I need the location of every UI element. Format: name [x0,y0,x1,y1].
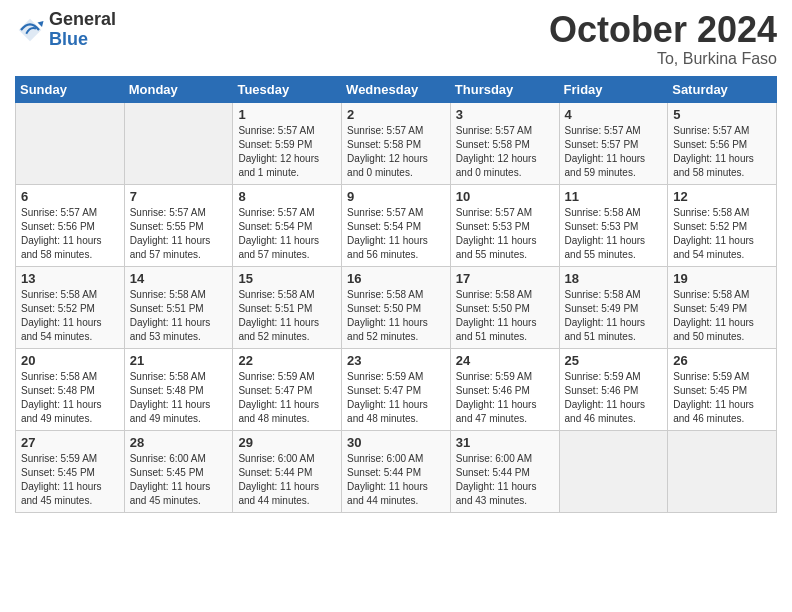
month-title: October 2024 [549,10,777,50]
day-info: Sunrise: 5:57 AM Sunset: 5:54 PM Dayligh… [238,206,336,262]
day-info: Sunrise: 5:59 AM Sunset: 5:45 PM Dayligh… [21,452,119,508]
calendar-cell: 28Sunrise: 6:00 AM Sunset: 5:45 PM Dayli… [124,430,233,512]
day-number: 11 [565,189,663,204]
calendar-cell: 19Sunrise: 5:58 AM Sunset: 5:49 PM Dayli… [668,266,777,348]
day-number: 7 [130,189,228,204]
day-number: 17 [456,271,554,286]
calendar-cell: 10Sunrise: 5:57 AM Sunset: 5:53 PM Dayli… [450,184,559,266]
header-day-thursday: Thursday [450,76,559,102]
calendar-cell: 20Sunrise: 5:58 AM Sunset: 5:48 PM Dayli… [16,348,125,430]
day-info: Sunrise: 5:58 AM Sunset: 5:52 PM Dayligh… [21,288,119,344]
calendar-table: SundayMondayTuesdayWednesdayThursdayFrid… [15,76,777,513]
day-number: 31 [456,435,554,450]
calendar-header: SundayMondayTuesdayWednesdayThursdayFrid… [16,76,777,102]
calendar-cell: 15Sunrise: 5:58 AM Sunset: 5:51 PM Dayli… [233,266,342,348]
calendar-cell: 29Sunrise: 6:00 AM Sunset: 5:44 PM Dayli… [233,430,342,512]
calendar-cell: 16Sunrise: 5:58 AM Sunset: 5:50 PM Dayli… [342,266,451,348]
day-number: 2 [347,107,445,122]
day-number: 21 [130,353,228,368]
week-row-1: 1Sunrise: 5:57 AM Sunset: 5:59 PM Daylig… [16,102,777,184]
calendar-cell: 18Sunrise: 5:58 AM Sunset: 5:49 PM Dayli… [559,266,668,348]
day-number: 23 [347,353,445,368]
logo: General Blue [15,10,116,50]
day-number: 30 [347,435,445,450]
day-number: 20 [21,353,119,368]
header-day-friday: Friday [559,76,668,102]
calendar-cell: 14Sunrise: 5:58 AM Sunset: 5:51 PM Dayli… [124,266,233,348]
calendar-cell: 4Sunrise: 5:57 AM Sunset: 5:57 PM Daylig… [559,102,668,184]
day-info: Sunrise: 5:58 AM Sunset: 5:49 PM Dayligh… [565,288,663,344]
day-info: Sunrise: 6:00 AM Sunset: 5:45 PM Dayligh… [130,452,228,508]
calendar-cell [124,102,233,184]
day-number: 16 [347,271,445,286]
calendar-cell: 13Sunrise: 5:58 AM Sunset: 5:52 PM Dayli… [16,266,125,348]
day-info: Sunrise: 5:57 AM Sunset: 5:58 PM Dayligh… [347,124,445,180]
calendar-page: General Blue October 2024 To, Burkina Fa… [0,0,792,528]
calendar-cell: 23Sunrise: 5:59 AM Sunset: 5:47 PM Dayli… [342,348,451,430]
day-info: Sunrise: 5:58 AM Sunset: 5:49 PM Dayligh… [673,288,771,344]
day-number: 1 [238,107,336,122]
header-day-wednesday: Wednesday [342,76,451,102]
calendar-cell [16,102,125,184]
day-info: Sunrise: 6:00 AM Sunset: 5:44 PM Dayligh… [456,452,554,508]
week-row-5: 27Sunrise: 5:59 AM Sunset: 5:45 PM Dayli… [16,430,777,512]
day-info: Sunrise: 5:58 AM Sunset: 5:53 PM Dayligh… [565,206,663,262]
day-number: 18 [565,271,663,286]
day-number: 12 [673,189,771,204]
calendar-cell: 2Sunrise: 5:57 AM Sunset: 5:58 PM Daylig… [342,102,451,184]
day-info: Sunrise: 6:00 AM Sunset: 5:44 PM Dayligh… [238,452,336,508]
day-info: Sunrise: 5:57 AM Sunset: 5:56 PM Dayligh… [673,124,771,180]
calendar-cell: 22Sunrise: 5:59 AM Sunset: 5:47 PM Dayli… [233,348,342,430]
day-number: 26 [673,353,771,368]
day-info: Sunrise: 5:59 AM Sunset: 5:45 PM Dayligh… [673,370,771,426]
day-info: Sunrise: 5:58 AM Sunset: 5:51 PM Dayligh… [130,288,228,344]
day-number: 29 [238,435,336,450]
logo-text: General Blue [49,10,116,50]
day-number: 19 [673,271,771,286]
day-number: 9 [347,189,445,204]
day-info: Sunrise: 5:58 AM Sunset: 5:51 PM Dayligh… [238,288,336,344]
day-info: Sunrise: 5:58 AM Sunset: 5:50 PM Dayligh… [456,288,554,344]
calendar-body: 1Sunrise: 5:57 AM Sunset: 5:59 PM Daylig… [16,102,777,512]
calendar-cell: 6Sunrise: 5:57 AM Sunset: 5:56 PM Daylig… [16,184,125,266]
day-info: Sunrise: 5:57 AM Sunset: 5:59 PM Dayligh… [238,124,336,180]
day-number: 14 [130,271,228,286]
day-info: Sunrise: 5:57 AM Sunset: 5:56 PM Dayligh… [21,206,119,262]
calendar-cell: 12Sunrise: 5:58 AM Sunset: 5:52 PM Dayli… [668,184,777,266]
day-info: Sunrise: 5:59 AM Sunset: 5:47 PM Dayligh… [347,370,445,426]
week-row-2: 6Sunrise: 5:57 AM Sunset: 5:56 PM Daylig… [16,184,777,266]
day-number: 22 [238,353,336,368]
day-number: 6 [21,189,119,204]
day-number: 27 [21,435,119,450]
header-day-sunday: Sunday [16,76,125,102]
header-day-saturday: Saturday [668,76,777,102]
calendar-cell: 27Sunrise: 5:59 AM Sunset: 5:45 PM Dayli… [16,430,125,512]
day-info: Sunrise: 5:58 AM Sunset: 5:48 PM Dayligh… [21,370,119,426]
calendar-cell: 9Sunrise: 5:57 AM Sunset: 5:54 PM Daylig… [342,184,451,266]
logo-icon [15,15,45,45]
day-number: 13 [21,271,119,286]
day-info: Sunrise: 5:59 AM Sunset: 5:47 PM Dayligh… [238,370,336,426]
day-number: 4 [565,107,663,122]
calendar-cell: 30Sunrise: 6:00 AM Sunset: 5:44 PM Dayli… [342,430,451,512]
calendar-cell [559,430,668,512]
calendar-cell: 26Sunrise: 5:59 AM Sunset: 5:45 PM Dayli… [668,348,777,430]
calendar-cell: 21Sunrise: 5:58 AM Sunset: 5:48 PM Dayli… [124,348,233,430]
calendar-cell [668,430,777,512]
header: General Blue October 2024 To, Burkina Fa… [15,10,777,68]
day-number: 10 [456,189,554,204]
calendar-cell: 7Sunrise: 5:57 AM Sunset: 5:55 PM Daylig… [124,184,233,266]
calendar-cell: 11Sunrise: 5:58 AM Sunset: 5:53 PM Dayli… [559,184,668,266]
day-info: Sunrise: 5:57 AM Sunset: 5:57 PM Dayligh… [565,124,663,180]
header-day-monday: Monday [124,76,233,102]
logo-blue-text: Blue [49,30,116,50]
week-row-4: 20Sunrise: 5:58 AM Sunset: 5:48 PM Dayli… [16,348,777,430]
day-info: Sunrise: 5:57 AM Sunset: 5:55 PM Dayligh… [130,206,228,262]
calendar-cell: 5Sunrise: 5:57 AM Sunset: 5:56 PM Daylig… [668,102,777,184]
day-number: 5 [673,107,771,122]
day-number: 28 [130,435,228,450]
day-info: Sunrise: 5:57 AM Sunset: 5:54 PM Dayligh… [347,206,445,262]
calendar-cell: 31Sunrise: 6:00 AM Sunset: 5:44 PM Dayli… [450,430,559,512]
day-info: Sunrise: 5:57 AM Sunset: 5:53 PM Dayligh… [456,206,554,262]
day-info: Sunrise: 5:59 AM Sunset: 5:46 PM Dayligh… [565,370,663,426]
